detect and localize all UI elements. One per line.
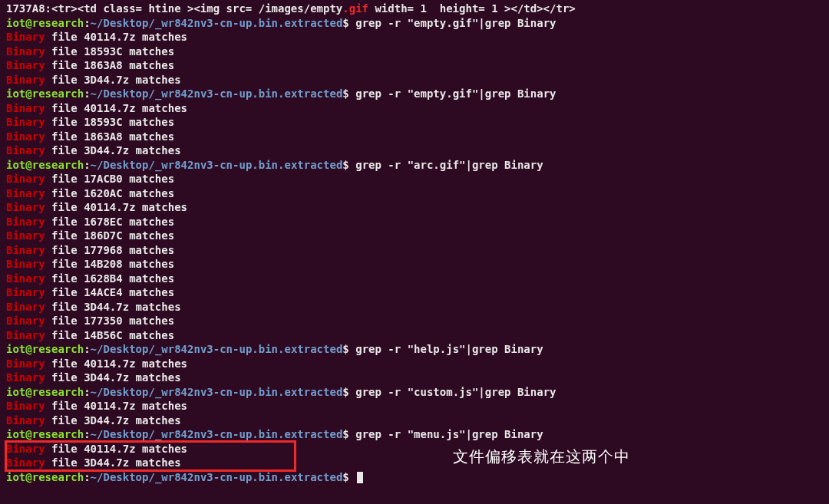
binary-word: Binary <box>6 74 45 86</box>
binary-word: Binary <box>6 371 45 384</box>
result-text: file 40114.7z matches <box>45 443 187 455</box>
result-text: file 1678EC matches <box>45 216 175 228</box>
prompt-colon: : <box>84 428 90 440</box>
binary-word: Binary <box>6 400 45 412</box>
prompt-dollar: $ <box>342 159 348 171</box>
prompt-path: ~/Desktop/_wr842nv3-cn-up.bin.extracted <box>91 17 343 29</box>
binary-word: Binary <box>6 59 45 71</box>
result-text: file 17ACB0 matches <box>45 173 175 185</box>
binary-word: Binary <box>6 187 45 199</box>
binary-word: Binary <box>6 272 45 285</box>
binary-word: Binary <box>6 144 45 156</box>
prompt-user: iot <box>6 343 25 355</box>
command-text: grep -r "empty.gif"|grep Binary <box>355 17 556 29</box>
binary-word: Binary <box>6 443 45 455</box>
prompt-at: @ <box>25 343 31 355</box>
prompt-line: iot@research:~/Desktop/_wr842nv3-cn-up.b… <box>6 87 829 101</box>
prompt-user: iot <box>6 159 25 171</box>
result-line: Binary file 40114.7z matches <box>6 30 829 44</box>
result-text: file 1620AC matches <box>45 187 175 199</box>
prompt-colon: : <box>84 159 90 171</box>
binary-word: Binary <box>6 130 45 143</box>
result-text: file 177968 matches <box>45 244 175 256</box>
result-text: file 3D44.7z matches <box>45 301 181 313</box>
prompt-dollar: $ <box>342 386 348 398</box>
prompt-at: @ <box>25 159 31 171</box>
result-line: Binary file 3D44.7z matches <box>6 413 829 428</box>
binary-word: Binary <box>6 301 45 313</box>
binary-word: Binary <box>6 216 45 228</box>
prompt-dollar: $ <box>342 471 348 483</box>
binary-word: Binary <box>6 286 45 298</box>
prompt-at: @ <box>25 428 31 440</box>
result-line: Binary file 186D7C matches <box>6 229 829 243</box>
result-text: file 3D44.7z matches <box>45 144 181 156</box>
prompt-host: research <box>32 428 84 440</box>
html-dump-suffix: width= 1 height= 1 ></td></tr> <box>368 2 576 15</box>
result-line: Binary file 14B208 matches <box>6 257 829 272</box>
prompt-user: iot <box>6 87 25 100</box>
result-line: Binary file 177350 matches <box>6 314 829 328</box>
prompt-at: @ <box>25 471 31 483</box>
result-line: Binary file 14ACE4 matches <box>6 285 829 300</box>
command-text: grep -r "empty.gif"|grep Binary <box>355 87 556 100</box>
binary-word: Binary <box>6 258 45 270</box>
result-line: Binary file 1863A8 matches <box>6 130 829 144</box>
result-line: Binary file 40114.7z matches <box>6 442 829 456</box>
result-text: file 40114.7z matches <box>45 400 187 412</box>
prompt-path: ~/Desktop/_wr842nv3-cn-up.bin.extracted <box>91 386 343 398</box>
result-line: Binary file 40114.7z matches <box>6 357 829 371</box>
prompt-colon: : <box>84 343 90 355</box>
command-text: grep -r "custom.js"|grep Binary <box>355 386 556 398</box>
prompt-path: ~/Desktop/_wr842nv3-cn-up.bin.extracted <box>91 159 343 171</box>
command-text: grep -r "help.js"|grep Binary <box>355 343 543 355</box>
binary-word: Binary <box>6 173 45 185</box>
command-text: grep -r "menu.js"|grep Binary <box>355 428 543 440</box>
binary-word: Binary <box>6 201 45 213</box>
result-text: file 18593C matches <box>45 45 175 58</box>
result-text: file 14ACE4 matches <box>45 286 175 298</box>
result-line: Binary file 14B56C matches <box>6 328 829 343</box>
result-line: Binary file 18593C matches <box>6 115 829 130</box>
prompt-path: ~/Desktop/_wr842nv3-cn-up.bin.extracted <box>91 471 343 483</box>
prompt-user: iot <box>6 17 25 29</box>
binary-word: Binary <box>6 329 45 341</box>
result-text: file 3D44.7z matches <box>45 371 181 384</box>
prompt-host: research <box>32 159 84 171</box>
result-line: Binary file 18593C matches <box>6 44 829 59</box>
prompt-line: iot@research:~/Desktop/_wr842nv3-cn-up.b… <box>6 16 829 31</box>
prompt-host: research <box>32 471 84 483</box>
prompt-line: iot@research:~/Desktop/_wr842nv3-cn-up.b… <box>6 385 829 400</box>
result-text: file 1863A8 matches <box>45 130 175 143</box>
html-dump-prefix: 1737A8:<tr><td class= htine ><img src= /… <box>6 2 342 15</box>
prompt-at: @ <box>25 87 31 100</box>
binary-word: Binary <box>6 244 45 256</box>
prompt-path: ~/Desktop/_wr842nv3-cn-up.bin.extracted <box>91 343 343 355</box>
prompt-user: iot <box>6 386 25 398</box>
result-text: file 3D44.7z matches <box>45 456 181 469</box>
prompt-host: research <box>32 343 84 355</box>
prompt-host: research <box>32 87 84 100</box>
cursor <box>357 472 363 483</box>
html-dump-line: 1737A8:<tr><td class= htine ><img src= /… <box>6 2 829 16</box>
result-line: Binary file 40114.7z matches <box>6 399 829 413</box>
result-text: file 1863A8 matches <box>45 59 175 71</box>
binary-word: Binary <box>6 229 45 242</box>
result-line: Binary file 3D44.7z matches <box>6 371 829 385</box>
prompt-dollar: $ <box>342 87 348 100</box>
result-line: Binary file 3D44.7z matches <box>6 456 829 470</box>
result-line: Binary file 40114.7z matches <box>6 200 829 215</box>
result-line: Binary file 1863A8 matches <box>6 58 829 73</box>
result-text: file 177350 matches <box>45 315 175 327</box>
result-text: file 3D44.7z matches <box>45 74 181 86</box>
prompt-path: ~/Desktop/_wr842nv3-cn-up.bin.extracted <box>91 428 343 440</box>
prompt-dollar: $ <box>342 17 348 29</box>
binary-word: Binary <box>6 116 45 128</box>
binary-word: Binary <box>6 31 45 43</box>
prompt-path: ~/Desktop/_wr842nv3-cn-up.bin.extracted <box>91 87 343 100</box>
binary-word: Binary <box>6 456 45 469</box>
result-text: file 14B56C matches <box>45 329 175 341</box>
result-text: file 3D44.7z matches <box>45 414 181 427</box>
prompt-at: @ <box>25 17 31 29</box>
terminal-output[interactable]: 1737A8:<tr><td class= htine ><img src= /… <box>0 0 829 484</box>
